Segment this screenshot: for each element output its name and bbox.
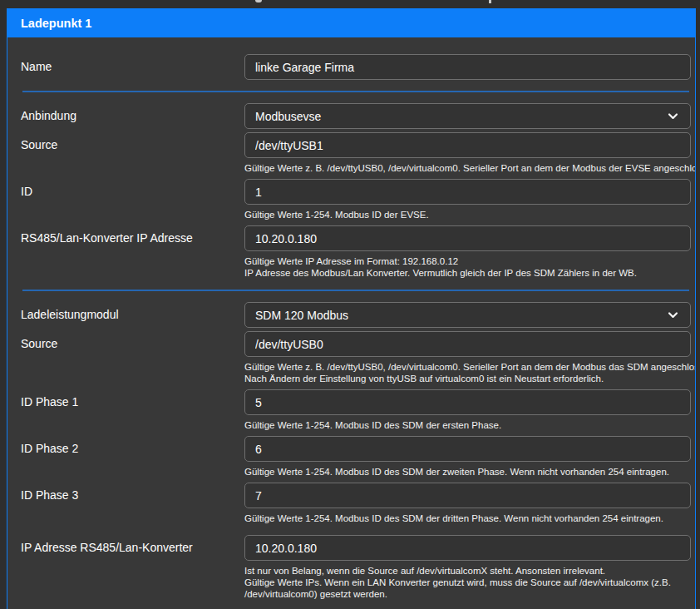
name-input[interactable] (244, 54, 691, 80)
evse-ip-label: RS485/Lan-Konverter IP Adresse (21, 225, 244, 245)
evse-source-help: Gültige Werte z. B. /dev/ttyUSB0, /dev/v… (244, 162, 691, 174)
page: Ladepunkt 1 Name Anbindung Modbusevse (0, 0, 700, 609)
ladeleistungmodul-select-value: SDM 120 Modbus (255, 309, 348, 322)
id-phase2-input[interactable] (244, 436, 691, 462)
evse-id-input[interactable] (244, 179, 691, 205)
clipped-heading-artifact (255, 0, 262, 2)
form-row-id-phase2: ID Phase 2 Gültige Werte 1-254. Modbus I… (21, 436, 691, 478)
id-phase2-label: ID Phase 2 (21, 436, 244, 455)
help-line: Gültige Werte IP Adresse im Format: 192.… (244, 255, 691, 267)
name-label: Name (21, 54, 244, 73)
id-phase2-help: Gültige Werte 1-254. Modbus ID des SDM d… (244, 466, 691, 478)
sdm-ip-input[interactable] (244, 535, 691, 561)
evse-source-label: Source (21, 132, 244, 151)
help-line: Gültige Werte z. B. /dev/ttyUSB0, /dev/v… (244, 162, 691, 174)
help-line: Gültige Werte z. B. /dev/ttyUSB0, /dev/v… (244, 361, 691, 373)
help-line: Gültige Werte 1-254. Modbus ID des SDM d… (244, 419, 691, 431)
card-header: Ladepunkt 1 (7, 8, 695, 37)
id-phase1-label: ID Phase 1 (21, 389, 244, 408)
form-row-evse-source: Source Gültige Werte z. B. /dev/ttyUSB0,… (21, 132, 691, 174)
id-phase1-help: Gültige Werte 1-254. Modbus ID des SDM d… (244, 419, 691, 431)
id-phase3-help: Gültige Werte 1-254. Modbus ID des SDM d… (244, 512, 691, 524)
ladeleistungmodul-label: Ladeleistungmodul (21, 302, 244, 321)
ladeleistungmodul-select[interactable]: SDM 120 Modbus (244, 302, 691, 328)
card-title: Ladepunkt 1 (21, 17, 91, 30)
sdm-source-input[interactable] (244, 331, 691, 357)
form-row-anbindung: Anbindung Modbusevse (21, 103, 691, 129)
sdm-ip-help: Ist nur von Belang, wenn die Source auf … (244, 565, 691, 600)
form-row-ladeleistungmodul: Ladeleistungmodul SDM 120 Modbus (21, 302, 691, 328)
help-line: Nach Ändern der Einstellung von ttyUSB a… (244, 373, 691, 384)
help-line: /dev/virtualcom0) gesetzt werden. (244, 588, 691, 600)
section-divider (22, 91, 689, 92)
evse-source-input[interactable] (244, 132, 691, 158)
anbindung-label: Anbindung (21, 103, 244, 122)
anbindung-select[interactable]: Modbusevse (244, 103, 691, 129)
id-phase3-input[interactable] (244, 483, 691, 508)
sdm-source-help: Gültige Werte z. B. /dev/ttyUSB0, /dev/v… (244, 361, 691, 384)
chevron-down-icon (668, 111, 678, 121)
evse-ip-help: Gültige Werte IP Adresse im Format: 192.… (244, 255, 691, 279)
clipped-heading-artifact (489, 0, 491, 3)
help-line: Gültige Werte IPs. Wenn ein LAN Konverte… (244, 577, 691, 588)
id-phase1-input[interactable] (244, 389, 691, 415)
form-row-id-phase1: ID Phase 1 Gültige Werte 1-254. Modbus I… (21, 389, 691, 431)
ladepunkt-card: Ladepunkt 1 Name Anbindung Modbusevse (7, 8, 696, 609)
form-row-evse-ip: RS485/Lan-Konverter IP Adresse Gültige W… (21, 225, 691, 279)
evse-id-help: Gültige Werte 1-254. Modbus ID der EVSE. (244, 209, 691, 220)
sdm-ip-label: IP Adresse RS485/Lan-Konverter (21, 535, 244, 554)
help-line: Gültige Werte 1-254. Modbus ID des SDM d… (244, 466, 691, 478)
help-line: Gültige Werte 1-254. Modbus ID des SDM d… (244, 512, 691, 524)
form-row-name: Name (21, 54, 691, 80)
evse-id-label: ID (21, 179, 244, 198)
id-phase3-label: ID Phase 3 (21, 483, 244, 502)
card-body: Name Anbindung Modbusevse (7, 37, 695, 609)
section-divider (22, 290, 689, 291)
form-row-id-phase3: ID Phase 3 Gültige Werte 1-254. Modbus I… (21, 483, 691, 524)
chevron-down-icon (668, 309, 678, 320)
help-line: Gültige Werte 1-254. Modbus ID der EVSE. (244, 209, 691, 220)
help-line: Ist nur von Belang, wenn die Source auf … (244, 565, 691, 577)
help-line: IP Adresse des Modbus/Lan Konverter. Ver… (244, 267, 691, 279)
sdm-source-label: Source (21, 331, 244, 350)
anbindung-select-value: Modbusevse (255, 110, 321, 123)
evse-ip-input[interactable] (244, 225, 691, 251)
form-row-sdm-source: Source Gültige Werte z. B. /dev/ttyUSB0,… (21, 331, 691, 384)
form-row-sdm-ip: IP Adresse RS485/Lan-Konverter Ist nur v… (21, 535, 691, 600)
form-row-evse-id: ID Gültige Werte 1-254. Modbus ID der EV… (21, 179, 691, 220)
